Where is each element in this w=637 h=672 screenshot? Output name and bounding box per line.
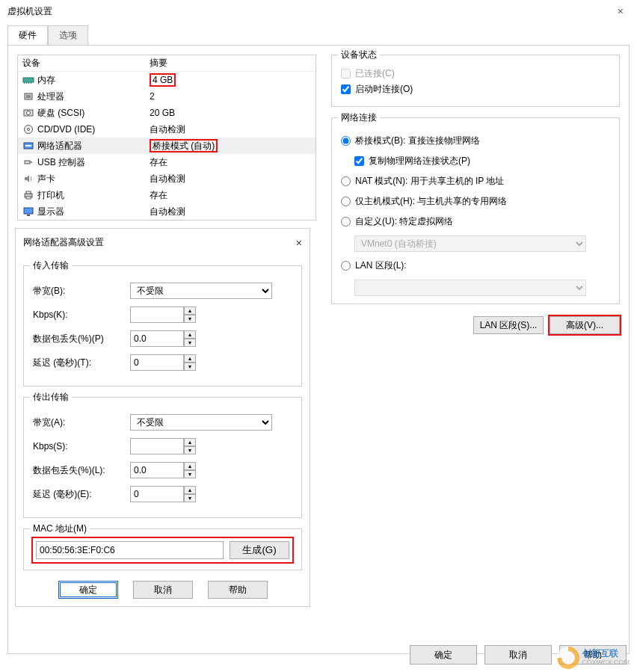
mac-legend: MAC 地址(M) — [30, 523, 90, 535]
incoming-fieldset: 传入传输 带宽(B): 不受限 Kbps(K): ▲▼ 数据包丢失(%)(P) … — [23, 265, 302, 386]
nat-radio[interactable] — [341, 176, 351, 186]
printer-icon — [22, 190, 34, 200]
device-row[interactable]: 打印机存在 — [18, 187, 316, 203]
custom-row[interactable]: 自定义(U): 特定虚拟网络 — [341, 215, 610, 228]
connected-checkbox — [341, 69, 351, 78]
device-row[interactable]: 硬盘 (SCSI)20 GB — [18, 105, 316, 121]
usb-icon — [22, 157, 34, 167]
replicate-row[interactable]: 复制物理网络连接状态(P) — [354, 155, 610, 167]
pktloss-out-down-icon[interactable]: ▼ — [184, 470, 196, 478]
kbps-in-input[interactable] — [130, 306, 184, 323]
custom-label: 自定义(U): 特定虚拟网络 — [355, 215, 453, 228]
adv-dialog-titlebar: 网络适配器高级设置 × — [23, 235, 302, 255]
pktloss-out-up-icon[interactable]: ▲ — [184, 462, 196, 470]
adv-dialog-title: 网络适配器高级设置 — [23, 236, 104, 249]
latency-out-down-icon[interactable]: ▼ — [184, 494, 196, 502]
svg-rect-18 — [24, 208, 33, 214]
svg-rect-19 — [27, 215, 30, 216]
custom-radio[interactable] — [341, 217, 351, 226]
tab-hardware[interactable]: 硬件 — [7, 25, 48, 45]
header-summary: 摘要 — [150, 57, 311, 70]
tab-options[interactable]: 选项 — [48, 25, 88, 45]
hostonly-row[interactable]: 仅主机模式(H): 与主机共享的专用网络 — [341, 195, 610, 208]
pktloss-out-input[interactable] — [130, 462, 184, 478]
latency-in-up-icon[interactable]: ▲ — [184, 354, 196, 363]
device-status-fieldset: 设备状态 已连接(C) 启动时连接(O) — [331, 55, 620, 107]
device-row[interactable]: 网络适配器桥接模式 (自动) — [18, 138, 316, 154]
device-name: USB 控制器 — [37, 156, 85, 169]
device-row[interactable]: 显示器自动检测 — [18, 203, 316, 220]
connected-row: 已连接(C) — [341, 67, 610, 80]
kbps-in-down-icon[interactable]: ▼ — [184, 315, 196, 323]
device-name: 网络适配器 — [37, 140, 82, 152]
close-icon[interactable]: × — [612, 5, 630, 17]
device-row[interactable]: CD/DVD (IDE)自动检测 — [18, 121, 316, 138]
svg-rect-13 — [25, 161, 30, 164]
pktloss-in-down-icon[interactable]: ▼ — [184, 339, 196, 347]
connect-at-power-on-checkbox[interactable] — [341, 84, 351, 94]
main-cancel-button[interactable]: 取消 — [484, 645, 552, 665]
main-ok-button[interactable]: 确定 — [410, 645, 477, 665]
device-row[interactable]: 内存4 GB — [18, 72, 316, 88]
pktloss-in-input[interactable] — [130, 330, 184, 347]
device-row[interactable]: 处理器2 — [18, 88, 316, 105]
bridged-radio[interactable] — [341, 136, 351, 146]
device-row[interactable]: 声卡自动检测 — [18, 170, 316, 187]
latency-in-input[interactable] — [130, 354, 184, 371]
custom-vmnet-select: VMnet0 (自动桥接) — [354, 235, 586, 252]
replicate-checkbox[interactable] — [354, 156, 364, 166]
tabstrip: 硬件 选项 — [0, 25, 637, 45]
connect-at-power-on-row[interactable]: 启动时连接(O) — [341, 83, 610, 96]
pktloss-in-label: 数据包丢失(%)(P) — [33, 333, 130, 345]
adv-ok-button[interactable]: 确定 — [58, 581, 118, 599]
kbps-out-down-icon[interactable]: ▼ — [184, 446, 196, 454]
latency-in-down-icon[interactable]: ▼ — [184, 363, 196, 371]
disk-icon — [22, 108, 34, 118]
svg-rect-4 — [31, 82, 31, 84]
device-summary: 存在 — [150, 189, 311, 202]
nat-row[interactable]: NAT 模式(N): 用于共享主机的 IP 地址 — [341, 175, 610, 188]
device-name: 内存 — [37, 74, 55, 87]
latency-out-input[interactable] — [130, 486, 184, 502]
device-summary: 自动检测 — [150, 206, 311, 218]
generate-button[interactable]: 生成(G) — [230, 541, 289, 559]
display-icon — [22, 206, 34, 217]
bridged-row[interactable]: 桥接模式(B): 直接连接物理网络 — [341, 135, 610, 147]
device-summary: 2 — [150, 91, 311, 102]
kbps-out-input[interactable] — [130, 438, 184, 454]
main-help-button[interactable]: 帮助 — [559, 645, 627, 665]
bandwidth-in-select[interactable]: 不受限 — [130, 283, 272, 299]
device-status-legend: 设备状态 — [338, 49, 380, 61]
kbps-out-up-icon[interactable]: ▲ — [184, 438, 196, 446]
hostonly-radio[interactable] — [341, 197, 351, 206]
advanced-button[interactable]: 高级(V)... — [550, 316, 620, 334]
device-name: 处理器 — [37, 90, 64, 103]
lan-segment-row[interactable]: LAN 区段(L): — [341, 259, 610, 272]
svg-rect-14 — [30, 161, 32, 163]
lan-segment-radio[interactable] — [341, 261, 351, 271]
window-title: 虚拟机设置 — [7, 5, 612, 18]
kbps-in-label: Kbps(K): — [33, 309, 130, 320]
latency-out-label: 延迟 (毫秒)(E): — [33, 488, 130, 501]
bandwidth-in-label: 带宽(B): — [33, 285, 130, 298]
bandwidth-out-select[interactable]: 不受限 — [130, 414, 272, 431]
pktloss-in-up-icon[interactable]: ▲ — [184, 330, 196, 339]
adv-help-button[interactable]: 帮助 — [208, 581, 268, 599]
pktloss-out-label: 数据包丢失(%)(L): — [33, 464, 130, 477]
latency-in-label: 延迟 (毫秒)(T): — [33, 357, 130, 369]
replicate-label: 复制物理网络连接状态(P) — [369, 155, 470, 167]
mac-input[interactable] — [36, 541, 224, 559]
latency-out-up-icon[interactable]: ▲ — [184, 486, 196, 494]
adv-dialog-close-icon[interactable]: × — [296, 237, 302, 249]
cd-icon — [22, 124, 34, 135]
connect-at-power-on-label: 启动时连接(O) — [355, 83, 413, 96]
lan-segment-select — [354, 280, 586, 296]
svg-rect-0 — [23, 78, 34, 82]
kbps-in-up-icon[interactable]: ▲ — [184, 306, 196, 315]
device-row[interactable]: USB 控制器存在 — [18, 154, 316, 170]
lan-segments-button[interactable]: LAN 区段(S)... — [473, 316, 544, 334]
bandwidth-out-label: 带宽(A): — [33, 416, 130, 429]
adv-cancel-button[interactable]: 取消 — [133, 581, 193, 599]
device-summary: 20 GB — [150, 108, 311, 118]
device-list: 设备 摘要 内存4 GB处理器2硬盘 (SCSI)20 GBCD/DVD (ID… — [17, 55, 316, 221]
